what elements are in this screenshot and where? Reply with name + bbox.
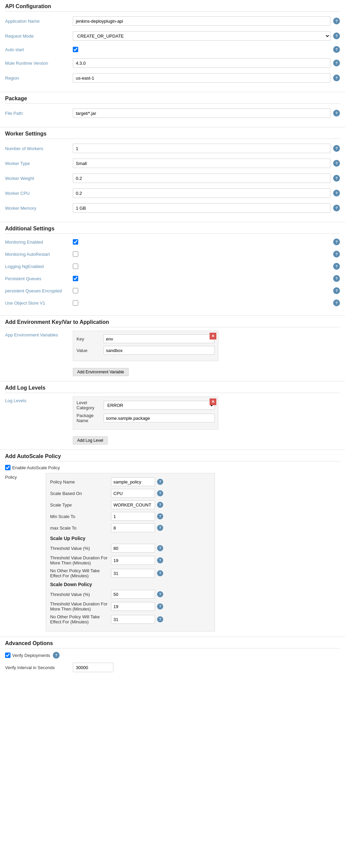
scale-up-duration-input[interactable] xyxy=(111,556,155,565)
scale-up-no-other-row: No Other Policy Will Take Effect For (Mi… xyxy=(50,568,211,578)
scale-type-help-icon[interactable]: ? xyxy=(157,502,163,508)
worker-type-help-icon[interactable]: ? xyxy=(333,160,340,167)
scale-down-threshold-help-icon[interactable]: ? xyxy=(157,591,163,597)
worker-memory-help-icon[interactable]: ? xyxy=(333,205,340,211)
persistent-queues-help-icon[interactable]: ? xyxy=(333,275,340,282)
max-scale-input[interactable] xyxy=(111,523,155,532)
auto-start-checkbox[interactable] xyxy=(73,47,78,52)
scale-down-no-other-input[interactable] xyxy=(111,615,155,624)
worker-type-input[interactable] xyxy=(73,159,330,168)
worker-memory-input[interactable] xyxy=(73,203,330,213)
persistent-queues-checkbox[interactable] xyxy=(73,276,78,281)
use-object-store-row: Use Object Store V1 ? xyxy=(5,298,340,308)
min-scale-input[interactable] xyxy=(111,512,155,521)
scale-up-threshold-help-icon[interactable]: ? xyxy=(157,545,163,551)
additional-settings-section: Additional Settings Monitoring Enabled ?… xyxy=(0,222,345,316)
scale-down-duration-input[interactable] xyxy=(111,602,155,611)
region-input[interactable] xyxy=(73,73,330,83)
logging-ng-help-icon[interactable]: ? xyxy=(333,263,340,270)
request-mode-help-icon[interactable]: ? xyxy=(333,33,340,39)
monitoring-autorestart-row: Monitoring AutoRestart ? xyxy=(5,249,340,259)
scale-down-no-other-row: No Other Policy Will Take Effect For (Mi… xyxy=(50,614,211,624)
env-value-input[interactable] xyxy=(104,346,215,355)
verify-deployments-checkbox[interactable] xyxy=(5,653,10,658)
request-mode-select[interactable]: CREATE_OR_UPDATE CREATE UPDATE xyxy=(73,31,330,41)
policy-wrapper: Policy Policy Name ? Scale Based On ? Sc… xyxy=(5,473,340,632)
persistent-queues-row: Persistent Queues ? xyxy=(5,274,340,283)
application-name-help-icon[interactable]: ? xyxy=(333,18,340,24)
persistent-queues-encrypted-help-icon[interactable]: ? xyxy=(333,287,340,294)
file-path-input[interactable] xyxy=(73,108,330,118)
worker-cpu-input[interactable] xyxy=(73,188,330,198)
auto-start-help-icon[interactable]: ? xyxy=(333,46,340,53)
persistent-queues-encrypted-label: persistent Queues Encrypted xyxy=(5,288,73,293)
policy-name-help-icon[interactable]: ? xyxy=(157,479,163,485)
mule-runtime-input[interactable] xyxy=(73,58,330,68)
persistent-queues-label: Persistent Queues xyxy=(5,276,73,281)
region-help-icon[interactable]: ? xyxy=(333,75,340,81)
enable-autoscale-checkbox[interactable] xyxy=(5,465,10,470)
monitoring-enabled-checkbox[interactable] xyxy=(73,239,78,245)
verify-deployments-help-icon[interactable]: ? xyxy=(53,652,60,659)
scale-down-threshold-row: Threshold Value (%) ? xyxy=(50,590,211,599)
scale-up-no-other-help-icon[interactable]: ? xyxy=(157,570,163,576)
env-variables-title: Add Environment Key/Var to Application xyxy=(5,319,340,327)
application-name-row: Application Name ? xyxy=(5,15,340,27)
advanced-options-section: Advanced Options Verify Deployments ? Ve… xyxy=(0,637,345,681)
scale-up-no-other-label: No Other Policy Will Take Effect For (Mi… xyxy=(50,568,111,578)
level-category-row: Level Category ERROR WARN INFO DEBUG TRA… xyxy=(77,400,215,410)
api-config-title: API Configuration xyxy=(5,3,340,12)
env-key-input[interactable] xyxy=(104,334,215,343)
use-object-store-help-icon[interactable]: ? xyxy=(333,299,340,306)
scale-down-no-other-help-icon[interactable]: ? xyxy=(157,616,163,622)
scale-up-threshold-label: Threshold Value (%) xyxy=(50,546,111,551)
enable-autoscale-label[interactable]: Enable AutoScale Policy xyxy=(12,465,60,470)
scale-up-duration-label: Threshold Value Duration For More Then (… xyxy=(50,555,111,565)
file-path-help-icon[interactable]: ? xyxy=(333,110,340,117)
request-mode-row: Request Mode CREATE_OR_UPDATE CREATE UPD… xyxy=(5,30,340,42)
add-log-level-button[interactable]: Add Log Level xyxy=(73,436,108,445)
max-scale-help-icon[interactable]: ? xyxy=(157,525,163,531)
scale-up-no-other-input[interactable] xyxy=(111,569,155,578)
persistent-queues-encrypted-checkbox[interactable] xyxy=(73,288,78,293)
logging-ng-label: Logging NgEnabled xyxy=(5,264,73,269)
application-name-input[interactable] xyxy=(73,16,330,26)
level-category-select[interactable]: ERROR WARN INFO DEBUG TRACE xyxy=(104,401,215,410)
use-object-store-checkbox[interactable] xyxy=(73,300,78,306)
scale-down-duration-help-icon[interactable]: ? xyxy=(157,603,163,609)
num-workers-help-icon[interactable]: ? xyxy=(333,145,340,152)
logging-ng-row: Logging NgEnabled ? xyxy=(5,262,340,271)
env-value-row: Value xyxy=(77,346,215,355)
scale-type-input[interactable] xyxy=(111,500,155,509)
add-env-variable-button[interactable]: Add Environment Variable xyxy=(73,368,129,376)
scale-down-threshold-input[interactable] xyxy=(111,590,155,599)
monitoring-enabled-label: Monitoring Enabled xyxy=(5,240,73,245)
worker-weight-help-icon[interactable]: ? xyxy=(333,175,340,182)
package-name-input[interactable] xyxy=(104,414,215,422)
autoscale-title: Add AutoScale Policy xyxy=(5,453,340,461)
verify-deployments-row: Verify Deployments ? xyxy=(5,652,340,659)
env-key-label: Key xyxy=(77,336,104,342)
worker-weight-input[interactable] xyxy=(73,173,330,183)
min-scale-help-icon[interactable]: ? xyxy=(157,513,163,519)
num-workers-input[interactable] xyxy=(73,144,330,153)
log-close-button[interactable]: ✕ xyxy=(210,398,216,405)
monitoring-enabled-help-icon[interactable]: ? xyxy=(333,239,340,245)
verify-interval-input[interactable] xyxy=(73,663,113,672)
scale-up-threshold-input[interactable] xyxy=(111,544,155,553)
mule-runtime-help-icon[interactable]: ? xyxy=(333,60,340,66)
worker-memory-label: Worker Memory xyxy=(5,206,73,211)
policy-name-input[interactable] xyxy=(111,477,155,486)
scale-based-on-help-icon[interactable]: ? xyxy=(157,490,163,496)
env-close-button[interactable]: ✕ xyxy=(210,333,216,339)
level-category-label: Level Category xyxy=(77,400,104,410)
monitoring-autorestart-help-icon[interactable]: ? xyxy=(333,251,340,257)
auto-start-row: Auto start ? xyxy=(5,45,340,54)
worker-cpu-help-icon[interactable]: ? xyxy=(333,190,340,197)
log-levels-wrapper: Log Levels ✕ Level Category ERROR WARN I… xyxy=(5,396,340,445)
policy-col-label: Policy xyxy=(5,473,25,480)
scale-based-on-input[interactable] xyxy=(111,489,155,498)
monitoring-autorestart-checkbox[interactable] xyxy=(73,251,78,257)
logging-ng-checkbox[interactable] xyxy=(73,264,78,269)
scale-up-duration-help-icon[interactable]: ? xyxy=(157,557,163,563)
